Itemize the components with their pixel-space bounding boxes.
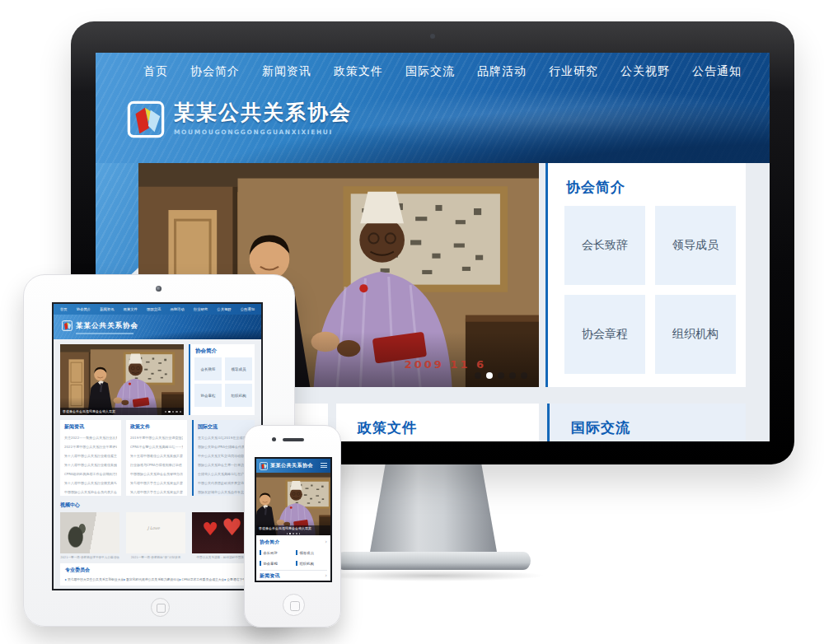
phone-about-section[interactable]: 协会简介 › — [260, 538, 327, 547]
tablet-video-title: 视频中心 — [60, 502, 255, 509]
phone-home-button[interactable] — [283, 594, 305, 616]
phone-news-section[interactable]: 新闻资讯 › — [260, 572, 327, 581]
responsive-mockup: 首页 协会简介 新闻资讯 政策文件 国际交流 品牌活动 行业研究 公关视野 公告… — [0, 0, 824, 644]
intl-list-item[interactable]: 国际友好城市公共关系合作备忘录签署 — [198, 488, 250, 497]
tablet-nav-item[interactable]: 国际交流 — [147, 307, 161, 311]
tablet-about-link[interactable]: 领导成员 — [225, 357, 252, 380]
tablet-nav-item[interactable]: 行业研究 — [194, 307, 208, 311]
monitor-stand-neck — [369, 461, 498, 557]
tablet-news-title: 新闻资讯 — [64, 423, 117, 431]
video-item[interactable]: J Love 2021一带一路·侨梦苑创“侨”计划发布 — [126, 512, 185, 559]
phone-about-link[interactable]: 组织机构 — [296, 558, 330, 568]
committee-link[interactable]: ▸CPRA学术工作委员会成立大会 — [180, 577, 225, 581]
tablet-policy-column: 政策文件 2019年度中国公共关系行业调查报告发布 CPRA年会暨公共关系高峰论… — [126, 420, 187, 496]
tablet-nav-item[interactable]: 品牌活动 — [171, 307, 185, 311]
video-caption: 2021一带一路·侨梦苑创“侨”计划发布 — [126, 556, 185, 559]
about-link-chairman[interactable]: 会长致辞 — [564, 206, 645, 285]
carousel-dot[interactable] — [498, 372, 504, 379]
monitor-stand-shadow — [321, 570, 545, 581]
tablet-about-link[interactable]: 协会章程 — [194, 384, 222, 407]
video-item[interactable]: 2021一带一路·侨梦苑全球华侨华人公益活动 — [60, 512, 119, 559]
logo-icon — [127, 100, 165, 138]
blue-bar-icon — [260, 550, 261, 555]
tablet-about-title: 协会简介 — [195, 348, 255, 355]
logo-icon — [260, 462, 268, 470]
phone-screen: 某某公共关系协会 李道豫会长会见海伦基金会华人嘉宾 协会简介 › 会长致辞 领导… — [255, 457, 332, 582]
tablet-nav: 首页 协会简介 新闻资讯 政策文件 国际交流 品牌活动 行业研究 公关视野 公告… — [54, 304, 261, 315]
nav-item-vision[interactable]: 公关视野 — [620, 64, 670, 79]
hamburger-menu-icon[interactable] — [321, 463, 327, 469]
carousel-dot-active[interactable] — [486, 372, 493, 379]
tablet-nav-item[interactable]: 协会简介 — [77, 307, 91, 311]
policy-list-item[interactable]: 第十五届中国最佳公共关系案例大赛启动 — [130, 451, 183, 460]
chevron-right-icon: › — [325, 573, 327, 579]
phone-about-link[interactable]: 会长致辞 — [260, 548, 296, 558]
news-list-item[interactable]: 第十八届中国公共关系行业颁奖典礼举行 — [64, 478, 117, 488]
bullet-icon: ▸ — [124, 577, 125, 581]
phone-logo-title: 某某公共关系协会 — [270, 462, 313, 469]
news-list-item[interactable]: 中国国际公共关系协会会员代表大会召开 — [64, 488, 117, 497]
tablet-about-link[interactable]: 组织机构 — [225, 384, 252, 407]
carousel-dot[interactable] — [509, 372, 516, 379]
video-item[interactable]: ♥♥ 中国公共关系讲堂：如何讲好中国故事 — [192, 512, 251, 559]
phone-about-title: 协会简介 — [260, 539, 280, 546]
nav-item-intl[interactable]: 国际交流 — [405, 64, 455, 79]
committee-link[interactable]: ▸第七届中国大学生公共关系策划创业大赛 — [65, 577, 124, 581]
intl-list-item[interactable]: 全球华人公共关系高峰论坛在沪举行 — [198, 469, 250, 478]
site-header: 首页 协会简介 新闻资讯 政策文件 国际交流 品牌活动 行业研究 公关视野 公告… — [96, 53, 770, 163]
tablet-nav-item[interactable]: 公告通知 — [241, 307, 255, 311]
carousel-dot[interactable] — [475, 372, 481, 379]
tablet-logo-title: 某某公共关系协会 — [76, 321, 138, 331]
nav-item-brand[interactable]: 品牌活动 — [477, 64, 527, 79]
phone-about-link[interactable]: 协会章程 — [260, 558, 296, 568]
tablet-nav-item[interactable]: 首页 — [60, 307, 68, 311]
policy-list-item[interactable]: 2019年度中国公共关系行业调查报告发布 — [130, 433, 183, 442]
news-list-item[interactable]: 关注2022——聚焦公共关系行业发展变革 — [64, 433, 117, 442]
nav-item-news[interactable]: 新闻资讯 — [262, 64, 311, 79]
tablet-nav-item[interactable]: 公关视野 — [217, 307, 231, 311]
tablet-news-column: 新闻资讯 关注2022——聚焦公共关系行业发展变革 2022年度中国公共关系行业… — [60, 420, 121, 496]
main-nav: 首页 协会简介 新闻资讯 政策文件 国际交流 品牌活动 行业研究 公关视野 公告… — [143, 61, 742, 82]
intl-list-item[interactable]: 亚太公共关系论坛2019在京成功举办 — [198, 433, 250, 442]
policy-list-item[interactable]: 行业标准与CPRA自律准则修订说明 — [130, 460, 183, 469]
tablet-carousel-dots — [165, 411, 182, 413]
nav-item-research[interactable]: 行业研究 — [549, 64, 598, 79]
blue-bar-icon — [296, 550, 297, 555]
blue-bar-icon — [296, 561, 297, 566]
tablet-committee-panel: 专业委员会 ▸第七届中国大学生公共关系策划创业大赛 ▸数字化时代政府公共关系能力… — [60, 563, 255, 586]
tablet-logo[interactable]: 某某公共关系协会 — [62, 320, 138, 331]
tablet-home-button[interactable] — [151, 598, 170, 617]
about-link-leaders[interactable]: 领导成员 — [655, 206, 736, 285]
policy-list-item[interactable]: 中国国际公共关系协会会员管理办法发布 — [130, 469, 183, 478]
tablet-about-link[interactable]: 会长致辞 — [194, 357, 222, 380]
phone-speaker — [283, 438, 304, 441]
news-list-item[interactable]: 2022年度中国公共关系行业年度评选结果 — [64, 442, 117, 451]
policy-panel-title: 政策文件 — [336, 404, 539, 437]
news-list-item[interactable]: 第十八届中国公共关系行业最佳雇主评选 — [64, 451, 117, 460]
nav-item-about[interactable]: 协会简介 — [190, 64, 240, 79]
intl-list-item[interactable]: 国际公共关系协会主席一行来访交流 — [198, 460, 250, 469]
news-list-item[interactable]: CPRA组织机构换届工作会议顺利召开 — [64, 469, 117, 478]
policy-list-item[interactable]: CPRA年会暨公共关系高峰论坛——第六届 — [130, 442, 183, 451]
policy-list-item[interactable]: 第七届中国大学生公共关系策划大赛通知 — [130, 478, 183, 488]
about-link-org[interactable]: 组织机构 — [655, 295, 736, 374]
nav-item-notice[interactable]: 公告通知 — [692, 64, 742, 79]
intl-list-item[interactable]: 中外公共关系文化交流周活动圆满落幕 — [198, 451, 250, 460]
policy-list-item[interactable]: 第八届中国大学生公共关系策划大赛通知 — [130, 488, 183, 497]
committee-link[interactable]: ▸数字化时代政府公共关系能力建设论坛 — [124, 577, 179, 581]
phone-about-link[interactable]: 领导成员 — [296, 548, 330, 558]
nav-item-home[interactable]: 首页 — [143, 64, 168, 79]
about-link-charter[interactable]: 协会章程 — [564, 295, 645, 374]
photo-date-stamp: 2009 11 6 — [405, 358, 486, 371]
logo-pinyin: MOUMOUGONGGONGGUANXIXIEHUI — [174, 128, 352, 136]
nav-item-policy[interactable]: 政策文件 — [334, 64, 383, 79]
intl-list-item[interactable]: 中国公关代表团赴欧洲开展交流访问 — [198, 478, 250, 488]
news-list-item[interactable]: 第十八届中国公共关系行业最佳案例大奖 — [64, 460, 117, 469]
site-logo[interactable]: 某某公共关系协会 MOUMOUGONGGONGGUANXIXIEHUI — [127, 100, 352, 138]
carousel-dots — [475, 372, 527, 379]
carousel-dot[interactable] — [521, 372, 527, 379]
bullet-icon: ▸ — [180, 577, 181, 581]
tablet-nav-item[interactable]: 政策文件 — [124, 307, 138, 311]
tablet-nav-item[interactable]: 新闻资讯 — [100, 307, 114, 311]
intl-list-item[interactable]: 国际公关协会IPRA全球峰会代表团出访 — [198, 442, 250, 451]
